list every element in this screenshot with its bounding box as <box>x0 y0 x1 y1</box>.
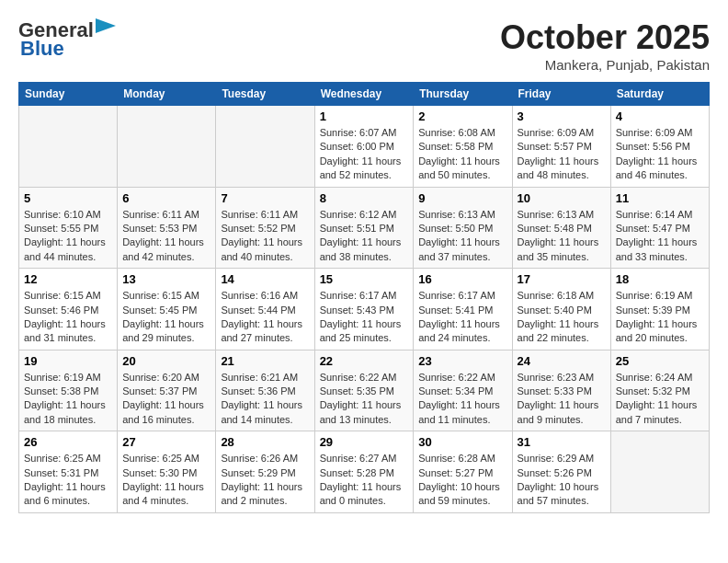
day-info: Sunrise: 6:12 AM Sunset: 5:51 PM Dayligh… <box>320 208 409 265</box>
day-cell-12: 12Sunrise: 6:15 AM Sunset: 5:46 PM Dayli… <box>19 269 118 350</box>
day-number: 22 <box>320 354 409 368</box>
day-number: 31 <box>518 435 606 449</box>
empty-cell <box>610 431 709 513</box>
day-info: Sunrise: 6:19 AM Sunset: 5:39 PM Dayligh… <box>616 289 704 346</box>
day-info: Sunrise: 6:25 AM Sunset: 5:30 PM Dayligh… <box>122 452 210 509</box>
day-info: Sunrise: 6:27 AM Sunset: 5:28 PM Dayligh… <box>320 452 409 509</box>
day-cell-7: 7Sunrise: 6:11 AM Sunset: 5:52 PM Daylig… <box>216 187 314 269</box>
svg-marker-0 <box>96 18 116 33</box>
day-cell-29: 29Sunrise: 6:27 AM Sunset: 5:28 PM Dayli… <box>314 431 414 513</box>
day-number: 10 <box>518 191 606 205</box>
day-number: 15 <box>320 272 409 286</box>
day-info: Sunrise: 6:26 AM Sunset: 5:29 PM Dayligh… <box>221 452 309 509</box>
day-cell-28: 28Sunrise: 6:26 AM Sunset: 5:29 PM Dayli… <box>216 431 314 513</box>
day-info: Sunrise: 6:15 AM Sunset: 5:46 PM Dayligh… <box>24 289 112 346</box>
weekday-header-row: SundayMondayTuesdayWednesdayThursdayFrid… <box>19 83 710 106</box>
day-cell-24: 24Sunrise: 6:23 AM Sunset: 5:33 PM Dayli… <box>512 350 610 431</box>
day-number: 13 <box>122 272 210 286</box>
empty-cell <box>216 106 314 188</box>
day-info: Sunrise: 6:28 AM Sunset: 5:27 PM Dayligh… <box>418 452 506 509</box>
day-number: 12 <box>24 272 112 286</box>
day-number: 26 <box>24 435 112 449</box>
day-cell-15: 15Sunrise: 6:17 AM Sunset: 5:43 PM Dayli… <box>314 269 414 350</box>
day-info: Sunrise: 6:25 AM Sunset: 5:31 PM Dayligh… <box>24 452 112 509</box>
day-cell-30: 30Sunrise: 6:28 AM Sunset: 5:27 PM Dayli… <box>414 431 512 513</box>
day-info: Sunrise: 6:13 AM Sunset: 5:48 PM Dayligh… <box>518 208 606 265</box>
month-title: October 2025 <box>500 18 710 57</box>
day-cell-14: 14Sunrise: 6:16 AM Sunset: 5:44 PM Dayli… <box>216 269 314 350</box>
logo-icon <box>96 18 116 39</box>
day-cell-6: 6Sunrise: 6:11 AM Sunset: 5:53 PM Daylig… <box>118 187 216 269</box>
day-info: Sunrise: 6:23 AM Sunset: 5:33 PM Dayligh… <box>518 371 606 428</box>
week-row-2: 5Sunrise: 6:10 AM Sunset: 5:55 PM Daylig… <box>19 187 710 269</box>
day-info: Sunrise: 6:09 AM Sunset: 5:56 PM Dayligh… <box>616 126 704 183</box>
day-number: 17 <box>518 272 606 286</box>
empty-cell <box>118 106 216 188</box>
day-number: 30 <box>418 435 506 449</box>
day-cell-8: 8Sunrise: 6:12 AM Sunset: 5:51 PM Daylig… <box>314 187 414 269</box>
day-cell-31: 31Sunrise: 6:29 AM Sunset: 5:26 PM Dayli… <box>512 431 610 513</box>
day-info: Sunrise: 6:21 AM Sunset: 5:36 PM Dayligh… <box>221 371 309 428</box>
day-number: 25 <box>616 354 704 368</box>
day-number: 16 <box>418 272 506 286</box>
week-row-4: 19Sunrise: 6:19 AM Sunset: 5:38 PM Dayli… <box>19 350 710 431</box>
day-cell-13: 13Sunrise: 6:15 AM Sunset: 5:45 PM Dayli… <box>118 269 216 350</box>
day-number: 2 <box>418 109 506 123</box>
title-block: October 2025 Mankera, Punjab, Pakistan <box>500 18 710 73</box>
weekday-header-tuesday: Tuesday <box>216 83 314 106</box>
day-cell-21: 21Sunrise: 6:21 AM Sunset: 5:36 PM Dayli… <box>216 350 314 431</box>
day-number: 28 <box>221 435 309 449</box>
week-row-5: 26Sunrise: 6:25 AM Sunset: 5:31 PM Dayli… <box>19 431 710 513</box>
week-row-1: 1Sunrise: 6:07 AM Sunset: 6:00 PM Daylig… <box>19 106 710 188</box>
day-number: 24 <box>518 354 606 368</box>
day-info: Sunrise: 6:11 AM Sunset: 5:53 PM Dayligh… <box>122 208 210 265</box>
day-number: 29 <box>320 435 409 449</box>
weekday-header-thursday: Thursday <box>414 83 512 106</box>
weekday-header-sunday: Sunday <box>19 83 118 106</box>
day-number: 1 <box>320 109 409 123</box>
day-cell-26: 26Sunrise: 6:25 AM Sunset: 5:31 PM Dayli… <box>19 431 118 513</box>
day-cell-4: 4Sunrise: 6:09 AM Sunset: 5:56 PM Daylig… <box>610 106 709 188</box>
logo: General Blue <box>18 18 116 61</box>
day-info: Sunrise: 6:22 AM Sunset: 5:34 PM Dayligh… <box>418 371 506 428</box>
day-number: 21 <box>221 354 309 368</box>
weekday-header-monday: Monday <box>118 83 216 106</box>
day-number: 9 <box>418 191 506 205</box>
day-info: Sunrise: 6:16 AM Sunset: 5:44 PM Dayligh… <box>221 289 309 346</box>
day-info: Sunrise: 6:17 AM Sunset: 5:41 PM Dayligh… <box>418 289 506 346</box>
day-cell-18: 18Sunrise: 6:19 AM Sunset: 5:39 PM Dayli… <box>610 269 709 350</box>
day-info: Sunrise: 6:24 AM Sunset: 5:32 PM Dayligh… <box>616 371 704 428</box>
day-cell-16: 16Sunrise: 6:17 AM Sunset: 5:41 PM Dayli… <box>414 269 512 350</box>
day-number: 3 <box>518 109 606 123</box>
day-cell-23: 23Sunrise: 6:22 AM Sunset: 5:34 PM Dayli… <box>414 350 512 431</box>
day-number: 8 <box>320 191 409 205</box>
day-info: Sunrise: 6:29 AM Sunset: 5:26 PM Dayligh… <box>518 452 606 509</box>
day-info: Sunrise: 6:14 AM Sunset: 5:47 PM Dayligh… <box>616 208 704 265</box>
day-number: 11 <box>616 191 704 205</box>
day-info: Sunrise: 6:22 AM Sunset: 5:35 PM Dayligh… <box>320 371 409 428</box>
day-info: Sunrise: 6:15 AM Sunset: 5:45 PM Dayligh… <box>122 289 210 346</box>
day-info: Sunrise: 6:17 AM Sunset: 5:43 PM Dayligh… <box>320 289 409 346</box>
day-info: Sunrise: 6:20 AM Sunset: 5:37 PM Dayligh… <box>122 371 210 428</box>
day-cell-19: 19Sunrise: 6:19 AM Sunset: 5:38 PM Dayli… <box>19 350 118 431</box>
day-number: 5 <box>24 191 112 205</box>
empty-cell <box>19 106 118 188</box>
weekday-header-wednesday: Wednesday <box>314 83 414 106</box>
day-cell-2: 2Sunrise: 6:08 AM Sunset: 5:58 PM Daylig… <box>414 106 512 188</box>
day-cell-11: 11Sunrise: 6:14 AM Sunset: 5:47 PM Dayli… <box>610 187 709 269</box>
day-number: 4 <box>616 109 704 123</box>
weekday-header-friday: Friday <box>512 83 610 106</box>
day-cell-5: 5Sunrise: 6:10 AM Sunset: 5:55 PM Daylig… <box>19 187 118 269</box>
day-number: 19 <box>24 354 112 368</box>
day-number: 7 <box>221 191 309 205</box>
day-number: 20 <box>122 354 210 368</box>
day-info: Sunrise: 6:08 AM Sunset: 5:58 PM Dayligh… <box>418 126 506 183</box>
day-number: 14 <box>221 272 309 286</box>
day-number: 6 <box>122 191 210 205</box>
day-info: Sunrise: 6:10 AM Sunset: 5:55 PM Dayligh… <box>24 208 112 265</box>
day-cell-22: 22Sunrise: 6:22 AM Sunset: 5:35 PM Dayli… <box>314 350 414 431</box>
logo-blue: Blue <box>20 37 64 61</box>
day-cell-25: 25Sunrise: 6:24 AM Sunset: 5:32 PM Dayli… <box>610 350 709 431</box>
day-cell-27: 27Sunrise: 6:25 AM Sunset: 5:30 PM Dayli… <box>118 431 216 513</box>
day-number: 23 <box>418 354 506 368</box>
